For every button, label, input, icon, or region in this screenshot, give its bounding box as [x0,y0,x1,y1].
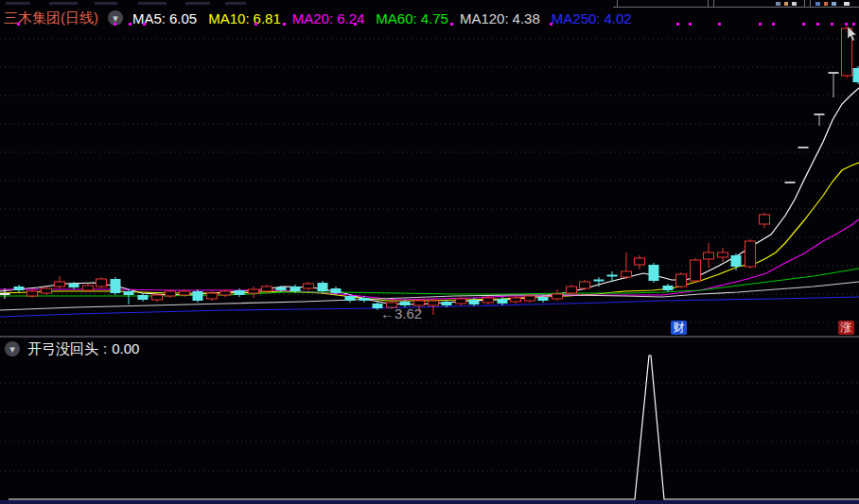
indicator-name: 开弓没回头 [27,340,98,356]
chevron-down-icon[interactable]: ▾ [5,341,20,356]
tag-badge-涨[interactable]: 涨 [838,321,854,335]
indicator-separator: : [103,340,107,356]
tag-badge-财[interactable]: 财 [671,321,687,335]
window-bottom-border [0,500,859,504]
trading-app-window: 三木集团(日线) ▾ MA5:6.05MA10:6.81MA20:6.24MA6… [0,0,859,504]
chart-canvas[interactable] [0,0,859,504]
indicator-value: 0.00 [112,340,139,356]
price-annotation: ←3.62 [380,305,422,322]
indicator-panel-header: ▾ 开弓没回头:0.00 [0,338,859,360]
indicator-title: 开弓没回头:0.00 [27,340,139,358]
